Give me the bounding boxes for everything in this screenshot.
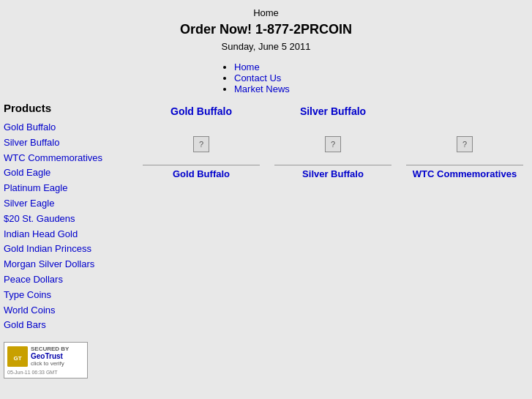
sidebar-title: Products bbox=[4, 102, 124, 114]
sidebar-link-gold-buffalo[interactable]: Gold Buffalo bbox=[4, 120, 124, 135]
sidebar-link-morgan[interactable]: Morgan Silver Dollars bbox=[4, 257, 124, 272]
sidebar-link-gold-bars[interactable]: Gold Bars bbox=[4, 318, 124, 333]
sidebar-link-st-gaudens[interactable]: $20 St. Gaudens bbox=[4, 212, 124, 227]
header-home-link: Home bbox=[0, 7, 532, 18]
header-date: Sunday, June 5 2011 bbox=[0, 41, 532, 52]
geotrust-text: SECURED BY GeoTrust click to verify bbox=[31, 346, 69, 368]
product-link-gold-buffalo-top[interactable]: Gold Buffalo bbox=[143, 105, 260, 117]
products-image-row: ? ? ? bbox=[135, 125, 531, 159]
main-layout: Products Gold Buffalo Silver Buffalo WTC… bbox=[0, 102, 532, 386]
sidebar-link-peace-dollars[interactable]: Peace Dollars bbox=[4, 272, 124, 288]
product-link-silver-buffalo-top[interactable]: Silver Buffalo bbox=[274, 105, 391, 117]
product-bottom-cell-1: Silver Buffalo bbox=[267, 160, 399, 181]
product-link-silver-buffalo-bottom[interactable]: Silver Buffalo bbox=[274, 165, 391, 179]
nav-item-home[interactable]: Home bbox=[234, 61, 532, 72]
nav-item-contact[interactable]: Contact Us bbox=[234, 72, 532, 83]
page-title: Order Now! 1-877-2PRCOIN bbox=[0, 22, 532, 37]
sidebar-link-wtc[interactable]: WTC Commemoratives bbox=[4, 151, 124, 166]
product-cell-2 bbox=[399, 102, 531, 125]
sidebar-link-type-coins[interactable]: Type Coins bbox=[4, 288, 124, 303]
product-img-cell-1: ? bbox=[267, 125, 399, 159]
header: Home Order Now! 1-877-2PRCOIN Sunday, Ju… bbox=[0, 0, 532, 61]
sidebar-link-silver-buffalo[interactable]: Silver Buffalo bbox=[4, 135, 124, 151]
nav-list: Home Contact Us Market News bbox=[0, 61, 532, 94]
product-bottom-cell-0: Gold Buffalo bbox=[135, 160, 267, 181]
sidebar-link-gold-eagle[interactable]: Gold Eagle bbox=[4, 165, 124, 181]
sidebar-link-platinum-eagle[interactable]: Platinum Eagle bbox=[4, 181, 124, 196]
sidebar-link-silver-eagle[interactable]: Silver Eagle bbox=[4, 196, 124, 212]
geotrust-date: 05-Jun-11 06:33 GMT bbox=[7, 370, 84, 375]
product-link-gold-buffalo-bottom[interactable]: Gold Buffalo bbox=[143, 165, 260, 179]
product-cell-0: Gold Buffalo bbox=[135, 102, 267, 125]
geotrust-badge[interactable]: GT SECURED BY GeoTrust click to verify 0… bbox=[4, 342, 88, 378]
product-img-cell-0: ? bbox=[135, 125, 267, 159]
sidebar-link-gold-indian-princess[interactable]: Gold Indian Princess bbox=[4, 242, 124, 257]
geotrust-logo-icon: GT bbox=[7, 346, 28, 367]
product-image-1: ? bbox=[325, 136, 341, 152]
sidebar: Products Gold Buffalo Silver Buffalo WTC… bbox=[0, 102, 128, 379]
product-link-wtc-bottom[interactable]: WTC Commemoratives bbox=[406, 165, 523, 179]
nav-item-market[interactable]: Market News bbox=[234, 83, 532, 94]
nav-link-contact[interactable]: Contact Us bbox=[234, 72, 281, 83]
svg-text:GT: GT bbox=[13, 355, 21, 362]
sidebar-link-world-coins[interactable]: World Coins bbox=[4, 303, 124, 318]
main-content: Gold Buffalo Silver Buffalo ? ? bbox=[128, 102, 532, 181]
product-image-0: ? bbox=[193, 136, 209, 152]
products-name-row: Gold Buffalo Silver Buffalo bbox=[135, 102, 531, 125]
product-bottom-cell-2: WTC Commemoratives bbox=[399, 160, 531, 181]
products-bottom-row: Gold Buffalo Silver Buffalo WTC Commemor… bbox=[135, 160, 531, 181]
product-img-cell-2: ? bbox=[399, 125, 531, 159]
product-image-2: ? bbox=[457, 136, 473, 152]
nav-link-market[interactable]: Market News bbox=[234, 83, 290, 94]
nav-link-home[interactable]: Home bbox=[234, 61, 260, 72]
product-cell-1: Silver Buffalo bbox=[267, 102, 399, 125]
products-grid: Gold Buffalo Silver Buffalo ? ? bbox=[135, 102, 531, 181]
sidebar-link-indian-head-gold[interactable]: Indian Head Gold bbox=[4, 227, 124, 242]
